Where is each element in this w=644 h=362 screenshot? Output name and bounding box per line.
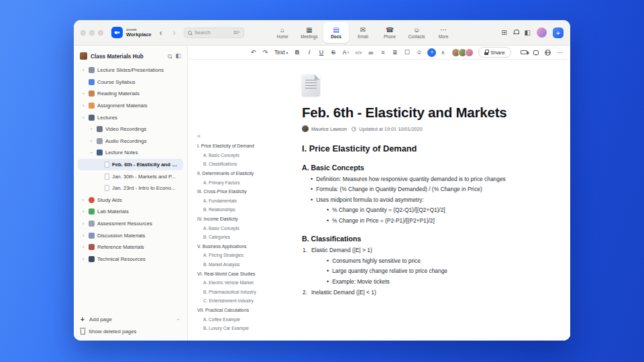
sidebar-item-assessment-resources[interactable]: Assessment Resources: [78, 218, 183, 230]
sidebar-item-assignment-materials[interactable]: Assignment Materials: [78, 100, 183, 112]
outline-item[interactable]: A. Basic Concepts: [197, 223, 264, 233]
sidebar-item-lecture-slides[interactable]: Lecture Slides/Presentations: [78, 64, 183, 76]
sidebar-item-reading-materials[interactable]: Reading Materials: [78, 88, 183, 100]
sidebar-item-technical-resources[interactable]: Technical Resources: [78, 253, 183, 265]
tab-email[interactable]: ✉ Email: [350, 22, 376, 43]
outline-item[interactable]: V. Business Applications: [197, 242, 264, 251]
chevron-icon[interactable]: [89, 149, 94, 156]
numbered-list-button[interactable]: ≣: [391, 47, 398, 58]
tab-home[interactable]: ⌂ Home: [270, 22, 295, 43]
outline-item[interactable]: I. Price Elasticity of Demand: [197, 141, 264, 151]
redo-button[interactable]: ↷: [262, 47, 269, 58]
outline-item[interactable]: B. Luxury Car Example: [197, 324, 264, 333]
italic-button[interactable]: I: [306, 47, 313, 58]
user-avatar[interactable]: [537, 27, 547, 38]
collapse-toolbar-icon[interactable]: ∧: [441, 50, 445, 56]
outline-item[interactable]: VI. Real-World Case Studies: [197, 269, 264, 278]
underline-button[interactable]: U: [318, 47, 325, 58]
sidebar-item-note-feb-6[interactable]: Feb. 6th - Elasticity and M...: [78, 159, 183, 171]
global-search-input[interactable]: Search ⌘F: [184, 27, 244, 38]
tab-phone[interactable]: ☎ Phone: [377, 22, 402, 43]
sidebar-item-audio-recordings[interactable]: Audio Recordings: [78, 135, 183, 147]
tab-docs[interactable]: ▤ Docs: [323, 22, 349, 43]
outline-item[interactable]: B. Market Analysis: [197, 260, 264, 269]
outline-item[interactable]: A. Pricing Strategies: [197, 251, 264, 260]
video-camera-icon[interactable]: [521, 50, 527, 54]
link-button[interactable]: ∞: [367, 47, 374, 58]
back-button[interactable]: ‹: [157, 28, 165, 38]
outline-item[interactable]: A. Fundamentals: [197, 196, 264, 206]
code-button[interactable]: </>: [354, 47, 362, 58]
maximize-button[interactable]: [98, 30, 103, 36]
apps-grid-icon[interactable]: ⊞: [501, 29, 506, 36]
share-button[interactable]: Share: [478, 47, 511, 58]
sidebar-collapse-icon[interactable]: ◧: [175, 53, 181, 59]
sidebar-item-lecture-notes[interactable]: Lecture Notes: [78, 147, 183, 159]
chevron-icon[interactable]: [80, 197, 86, 203]
chevron-icon[interactable]: [89, 138, 94, 144]
add-page-button[interactable]: + Add page: [80, 316, 180, 322]
outline-item[interactable]: VII. Practical Calculations: [197, 306, 264, 315]
sidebar-item-course-syllabus[interactable]: Course Syllabus: [78, 76, 183, 88]
outline-collapse-icon[interactable]: «: [197, 132, 264, 141]
document-canvas[interactable]: « I. Price Elasticity of Demand A. Basic…: [188, 60, 570, 341]
sidebar-item-note-jan-23[interactable]: Jan. 23rd - Intro to Econo...: [78, 182, 183, 194]
chevron-icon[interactable]: [80, 90, 86, 97]
close-button[interactable]: [80, 30, 86, 36]
more-options-icon[interactable]: ⋯: [557, 49, 564, 56]
bold-button[interactable]: B: [294, 47, 301, 58]
comments-icon[interactable]: [533, 50, 539, 55]
sidebar-item-video-recordings[interactable]: Video Recordings: [78, 123, 183, 135]
bulleted-list-button[interactable]: ≡: [379, 47, 386, 58]
chevron-icon[interactable]: [80, 115, 86, 121]
chevron-icon[interactable]: [80, 67, 86, 73]
outline-item[interactable]: III. Cross-Price Elasticity: [197, 187, 264, 196]
sidebar-item-note-jan-30[interactable]: Jan. 30th - Markets and P...: [78, 170, 183, 182]
outline-item[interactable]: B. Pharmaceutical Industry: [197, 288, 264, 297]
text-style-dropdown[interactable]: Text: [274, 47, 289, 58]
document-title[interactable]: Feb. 6th - Elasticity and Markets: [302, 105, 547, 121]
sidebar-search-icon[interactable]: [168, 54, 172, 58]
document-emoji-icon[interactable]: [302, 74, 320, 96]
chevron-icon[interactable]: [80, 244, 86, 250]
collaborator-avatar[interactable]: [465, 48, 474, 57]
outline-item[interactable]: C. Entertainment Industry: [197, 296, 264, 306]
chevron-icon[interactable]: [80, 256, 86, 262]
chevron-down-icon[interactable]: [175, 316, 180, 322]
language-globe-icon[interactable]: [545, 50, 551, 56]
sidebar-item-reference-materials[interactable]: Reference Materials: [78, 241, 183, 253]
outline-item[interactable]: B. Classifications: [197, 160, 264, 169]
undo-button[interactable]: ↶: [250, 47, 257, 58]
chevron-icon[interactable]: [80, 103, 86, 109]
forward-button[interactable]: ›: [170, 28, 178, 38]
chevron-icon[interactable]: [80, 208, 86, 215]
outline-item[interactable]: II. Determinants of Elasticity: [197, 169, 264, 178]
outline-item[interactable]: A. Coffee Example: [197, 314, 264, 324]
text-color-button[interactable]: A: [342, 47, 350, 58]
outline-item[interactable]: A. Primary Factors: [197, 178, 264, 187]
notifications-bell-icon[interactable]: [513, 29, 519, 36]
tab-meetings[interactable]: ▦ Meetings: [297, 22, 322, 43]
outline-item[interactable]: IV. Income Elasticity: [197, 215, 264, 224]
chevron-icon[interactable]: [89, 126, 94, 132]
minimize-button[interactable]: [89, 30, 95, 36]
show-deleted-pages-button[interactable]: Show deleted pages: [80, 328, 180, 335]
sidebar-item-discussion-materials[interactable]: Discussion Materials: [78, 229, 183, 241]
side-panel-icon[interactable]: ◧: [525, 29, 531, 36]
chevron-icon[interactable]: [80, 221, 86, 227]
new-plus-button[interactable]: +: [553, 27, 564, 38]
insert-plus-button[interactable]: +: [427, 48, 436, 57]
strikethrough-button[interactable]: S: [330, 47, 337, 58]
emoji-button[interactable]: ☺: [415, 47, 423, 58]
tab-more[interactable]: ⋯ More: [431, 22, 456, 43]
outline-item[interactable]: B. Relationships: [197, 205, 264, 215]
chevron-icon[interactable]: [80, 233, 86, 239]
outline-item[interactable]: A. Electric Vehicle Market: [197, 278, 264, 288]
sidebar-item-study-aids[interactable]: Study Aids: [78, 194, 183, 206]
tab-contacts[interactable]: ☺ Contacts: [404, 22, 429, 43]
sidebar-item-lectures[interactable]: Lectures: [78, 111, 183, 123]
outline-item[interactable]: A. Basic Concepts: [197, 151, 264, 160]
outline-item[interactable]: B. Categories: [197, 233, 264, 242]
checklist-button[interactable]: ☐: [403, 47, 411, 58]
sidebar-item-lab-materials[interactable]: Lab Materials: [78, 206, 183, 218]
